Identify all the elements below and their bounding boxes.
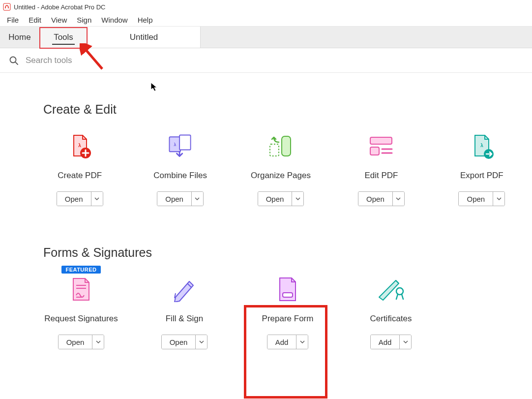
featured-badge: FEATURED bbox=[61, 266, 100, 274]
dropdown-caret-icon[interactable] bbox=[195, 335, 207, 349]
tool-label: Edit PDF bbox=[364, 171, 398, 181]
tool-label: Organize Pages bbox=[251, 171, 311, 181]
tool-action: Open bbox=[58, 335, 105, 349]
svg-text:λ: λ bbox=[78, 143, 81, 148]
open-button[interactable]: Open bbox=[157, 192, 191, 206]
tool-action: Open bbox=[57, 191, 103, 206]
dropdown-caret-icon[interactable] bbox=[392, 192, 404, 206]
svg-rect-12 bbox=[370, 147, 379, 155]
tool-action: Open bbox=[161, 335, 208, 349]
dropdown-caret-icon[interactable] bbox=[493, 192, 504, 206]
menu-window[interactable]: Window bbox=[96, 15, 132, 25]
svg-rect-20 bbox=[283, 293, 293, 297]
tool-label: Create PDF bbox=[58, 171, 102, 181]
export-pdf-icon: λ bbox=[467, 131, 497, 161]
tool-label: Certificates bbox=[370, 314, 412, 324]
acrobat-app-icon bbox=[3, 3, 11, 11]
tool-export-pdf[interactable]: λ Export PDF Open bbox=[432, 131, 532, 206]
section-title: Create & Edit bbox=[43, 102, 532, 117]
section-forms-signatures: Forms & Signatures FEATURED Request Sign… bbox=[0, 246, 532, 369]
tool-label: Prepare Form bbox=[262, 314, 314, 324]
tool-row: λ Create PDF Open λ Combine Files Open bbox=[0, 131, 532, 206]
open-button[interactable]: Open bbox=[258, 192, 292, 206]
open-button[interactable]: Open bbox=[59, 335, 92, 349]
tool-action: Add bbox=[267, 335, 309, 349]
tool-certificates[interactable]: Certificates Add bbox=[339, 275, 443, 349]
dropdown-caret-icon[interactable] bbox=[296, 335, 308, 349]
search-bar bbox=[0, 48, 532, 73]
dropdown-caret-icon[interactable] bbox=[399, 335, 411, 349]
prepare-form-icon bbox=[273, 275, 302, 304]
tab-bar: Home Tools Untitled bbox=[0, 27, 532, 48]
svg-rect-8 bbox=[179, 135, 191, 150]
tool-action: Add bbox=[370, 335, 412, 349]
fill-sign-icon bbox=[170, 275, 199, 304]
open-button[interactable]: Open bbox=[162, 335, 196, 349]
svg-rect-9 bbox=[282, 136, 291, 156]
tool-edit-pdf[interactable]: Edit PDF Open bbox=[331, 131, 431, 206]
tool-label: Combine Files bbox=[153, 171, 207, 181]
dropdown-caret-icon[interactable] bbox=[191, 192, 203, 206]
certificates-icon bbox=[376, 275, 406, 304]
tool-row: FEATURED Request Signatures Open Fill & … bbox=[0, 275, 532, 349]
dropdown-caret-icon[interactable] bbox=[92, 335, 104, 349]
title-bar: Untitled - Adobe Acrobat Pro DC bbox=[0, 0, 532, 14]
request-signatures-icon bbox=[66, 275, 96, 304]
svg-rect-0 bbox=[3, 3, 10, 10]
dropdown-caret-icon[interactable] bbox=[91, 192, 103, 206]
menu-sign[interactable]: Sign bbox=[72, 15, 96, 25]
menu-view[interactable]: View bbox=[46, 15, 72, 25]
tool-label: Export PDF bbox=[460, 171, 503, 181]
add-button[interactable]: Add bbox=[267, 335, 296, 349]
tool-create-pdf[interactable]: λ Create PDF Open bbox=[30, 131, 130, 206]
tool-label: Fill & Sign bbox=[166, 314, 204, 324]
open-button[interactable]: Open bbox=[358, 192, 392, 206]
tool-organize-pages[interactable]: Organize Pages Open bbox=[231, 131, 331, 206]
menu-file[interactable]: File bbox=[2, 15, 24, 25]
combine-files-icon: λ bbox=[166, 131, 195, 161]
tool-action: Open bbox=[358, 191, 405, 206]
add-button[interactable]: Add bbox=[371, 335, 400, 349]
svg-rect-11 bbox=[370, 137, 392, 144]
tool-prepare-form[interactable]: Prepare Form Add bbox=[236, 275, 339, 349]
menu-help[interactable]: Help bbox=[133, 15, 158, 25]
tool-action: Open bbox=[157, 191, 204, 206]
svg-point-21 bbox=[396, 288, 403, 295]
tab-tools[interactable]: Tools bbox=[39, 27, 88, 48]
section-create-edit: Create & Edit λ Create PDF Open λ Combin… bbox=[0, 102, 532, 226]
svg-line-3 bbox=[15, 62, 18, 64]
search-input[interactable] bbox=[26, 56, 222, 65]
tool-action: Open bbox=[458, 191, 505, 206]
tool-label: Request Signatures bbox=[44, 314, 118, 324]
tool-request-signatures[interactable]: FEATURED Request Signatures Open bbox=[30, 275, 133, 349]
create-pdf-icon: λ bbox=[65, 131, 94, 161]
open-button[interactable]: Open bbox=[57, 192, 91, 206]
menu-bar: File Edit View Sign Window Help bbox=[0, 14, 532, 27]
svg-text:λ: λ bbox=[174, 142, 176, 147]
window-title: Untitled - Adobe Acrobat Pro DC bbox=[14, 3, 105, 11]
edit-pdf-icon bbox=[366, 131, 396, 161]
tool-fill-sign[interactable]: Fill & Sign Open bbox=[133, 275, 236, 349]
tab-document[interactable]: Untitled bbox=[88, 27, 201, 48]
section-title: Forms & Signatures bbox=[43, 246, 532, 260]
tool-action: Open bbox=[258, 191, 304, 206]
open-button[interactable]: Open bbox=[459, 192, 493, 206]
svg-text:λ: λ bbox=[480, 143, 483, 148]
tool-combine-files[interactable]: λ Combine Files Open bbox=[130, 131, 230, 206]
tools-content: Create & Edit λ Create PDF Open λ Combin… bbox=[0, 73, 532, 369]
menu-edit[interactable]: Edit bbox=[24, 15, 46, 25]
dropdown-caret-icon[interactable] bbox=[292, 192, 303, 206]
search-icon bbox=[9, 56, 19, 65]
svg-rect-10 bbox=[270, 144, 279, 156]
organize-pages-icon bbox=[266, 131, 296, 161]
tab-home[interactable]: Home bbox=[0, 27, 39, 48]
